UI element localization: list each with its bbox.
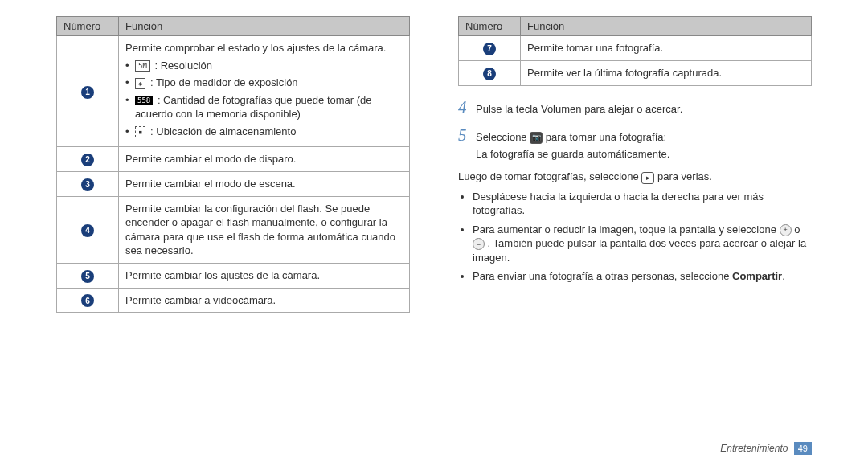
camera-icon: 📷	[530, 132, 542, 144]
num-badge-1: 1	[81, 86, 94, 99]
num-badge-7: 7	[483, 43, 496, 55]
zoom-out-icon: −	[473, 238, 485, 250]
table-row: 3 Permite cambiar el modo de escena.	[57, 172, 410, 197]
storage-location-icon: ▪	[135, 126, 145, 137]
row-func-cell: Permite cambiar los ajustes de la cámara…	[119, 263, 410, 288]
row-num-cell: 3	[57, 172, 119, 197]
list-item: Para aumentar o reducir la imagen, toque…	[473, 223, 812, 265]
num-badge-6: 6	[81, 294, 94, 307]
num-badge-3: 3	[81, 178, 94, 191]
table-row: 6 Permite cambiar a videocámara.	[57, 288, 410, 313]
col-header-funcion: Función	[119, 17, 410, 36]
table-row: 1 Permite comprobar el estado y los ajus…	[57, 36, 410, 147]
row-num-cell: 5	[57, 263, 119, 288]
row-func-cell: Permite cambiar el modo de disparo.	[119, 147, 410, 172]
num-badge-8: 8	[483, 68, 496, 80]
share-label: Compartir	[732, 270, 782, 282]
col-header-funcion: Función	[521, 17, 812, 36]
section-name: Entretenimiento	[720, 443, 788, 454]
row-num-cell: 4	[57, 196, 119, 263]
page-number: 49	[794, 442, 812, 455]
num-badge-5: 5	[81, 270, 94, 283]
row-num-cell: 2	[57, 147, 119, 172]
row-num-cell: 6	[57, 288, 119, 313]
after-photo-text: Luego de tomar fotografías, seleccione ▸…	[458, 170, 812, 184]
num-badge-4: 4	[81, 224, 94, 237]
list-item: Para enviar una fotografía a otras perso…	[473, 269, 812, 284]
table-row: 5 Permite cambiar los ajustes de la cáma…	[57, 263, 410, 288]
table-row: 7 Permite tomar una fotografía.	[459, 36, 812, 61]
step-5: 5Seleccione 📷 para tomar una fotografía:…	[458, 124, 812, 162]
row-func-cell: Permite cambiar el modo de escena.	[119, 172, 410, 197]
step-number-4: 4	[458, 96, 471, 119]
camera-functions-table-left: Número Función 1 Permite comprobar el es…	[56, 16, 410, 313]
play-preview-icon: ▸	[641, 172, 654, 184]
right-column: Número Función 7 Permite tomar una fotog…	[458, 16, 812, 434]
step-number-5: 5	[458, 124, 471, 147]
table-header-row: Número Función	[459, 17, 812, 36]
list-item: ◈ : Tipo de medidor de exposición	[125, 76, 403, 90]
list-item: 558 : Cantidad de fotografías que puede …	[125, 93, 403, 121]
page-container: Número Función 1 Permite comprobar el es…	[0, 0, 868, 442]
row-func-cell: Permite cambiar la configuración del fla…	[119, 196, 410, 263]
num-badge-2: 2	[81, 154, 94, 166]
row-func-cell: Permite comprobar el estado y los ajuste…	[119, 36, 410, 147]
list-item: 5M : Resolución	[125, 59, 403, 73]
row-num-cell: 1	[57, 36, 119, 147]
table-row: 4 Permite cambiar la configuración del f…	[57, 196, 410, 263]
row1-intro: Permite comprobar el estado y los ajuste…	[125, 42, 386, 54]
zoom-in-icon: +	[780, 224, 792, 236]
camera-functions-table-right: Número Función 7 Permite tomar una fotog…	[458, 16, 812, 86]
left-column: Número Función 1 Permite comprobar el es…	[56, 16, 410, 434]
step-4: 4Pulse la tecla Volumen para alejar o ac…	[458, 96, 812, 119]
table-row: 8 Permite ver la última fotografía captu…	[459, 60, 812, 85]
list-item: Desplácese hacia la izquierda o hacia la…	[473, 190, 812, 218]
metering-icon: ◈	[135, 78, 145, 89]
row-func-cell: Permite ver la última fotografía captura…	[521, 60, 812, 85]
list-item: ▪ : Ubicación de almacenamiento	[125, 125, 403, 139]
row-func-cell: Permite tomar una fotografía.	[521, 36, 812, 61]
shots-remaining-icon: 558	[135, 96, 153, 105]
row-func-cell: Permite cambiar a videocámara.	[119, 288, 410, 313]
page-footer: Entretenimiento 49	[0, 442, 868, 463]
table-row: 2 Permite cambiar el modo de disparo.	[57, 147, 410, 172]
row-num-cell: 7	[459, 36, 521, 61]
table-header-row: Número Función	[57, 17, 410, 36]
col-header-numero: Número	[57, 17, 119, 36]
viewing-tips-list: Desplácese hacia la izquierda o hacia la…	[458, 190, 812, 284]
resolution-icon: 5M	[135, 60, 150, 72]
col-header-numero: Número	[459, 17, 521, 36]
row1-icon-list: 5M : Resolución ◈ : Tipo de medidor de e…	[125, 59, 403, 139]
row-num-cell: 8	[459, 60, 521, 85]
